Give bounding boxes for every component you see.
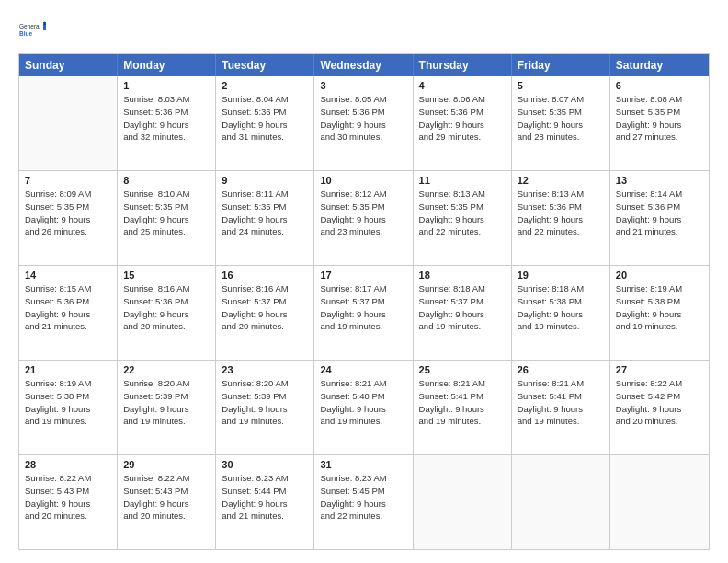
- weekday-header-wednesday: Wednesday: [314, 54, 413, 76]
- cell-info-line: Daylight: 9 hours: [518, 308, 604, 321]
- calendar-row-2: 14Sunrise: 8:15 AMSunset: 5:36 PMDayligh…: [19, 265, 709, 360]
- calendar-cell-27: 27Sunrise: 8:22 AMSunset: 5:42 PMDayligh…: [610, 361, 709, 454]
- cell-info-line: Sunrise: 8:19 AM: [616, 282, 703, 295]
- cell-info-line: and 20 minutes.: [123, 510, 210, 523]
- cell-info-line: Sunset: 5:37 PM: [419, 295, 506, 308]
- day-number-5: 5: [518, 80, 604, 91]
- day-number-4: 4: [419, 80, 506, 91]
- calendar-row-0: 1Sunrise: 8:03 AMSunset: 5:36 PMDaylight…: [19, 76, 709, 170]
- cell-info-line: Sunset: 5:36 PM: [25, 295, 111, 308]
- day-number-21: 21: [25, 364, 111, 375]
- day-number-2: 2: [222, 80, 308, 91]
- cell-info-line: Sunrise: 8:08 AM: [616, 93, 703, 106]
- calendar-cell-23: 23Sunrise: 8:20 AMSunset: 5:39 PMDayligh…: [216, 361, 314, 454]
- cell-info-line: Sunset: 5:38 PM: [25, 390, 111, 403]
- weekday-header-friday: Friday: [512, 54, 610, 76]
- cell-info-line: Daylight: 9 hours: [320, 213, 406, 226]
- cell-info-line: Sunrise: 8:16 AM: [123, 282, 210, 295]
- calendar-cell-10: 10Sunrise: 8:12 AMSunset: 5:35 PMDayligh…: [314, 171, 413, 265]
- cell-info-line: Sunset: 5:40 PM: [320, 390, 406, 403]
- cell-info-line: Sunset: 5:35 PM: [616, 106, 703, 119]
- calendar-cell-8: 8Sunrise: 8:10 AMSunset: 5:35 PMDaylight…: [118, 171, 216, 265]
- day-number-25: 25: [419, 364, 506, 375]
- calendar-cell-5: 5Sunrise: 8:07 AMSunset: 5:35 PMDaylight…: [512, 76, 610, 170]
- cell-info-line: and 22 minutes.: [320, 510, 406, 523]
- cell-info-line: and 19 minutes.: [419, 320, 506, 333]
- day-number-7: 7: [25, 175, 111, 186]
- calendar-body: 1Sunrise: 8:03 AMSunset: 5:36 PMDaylight…: [19, 76, 709, 549]
- cell-info-line: Sunrise: 8:13 AM: [518, 188, 604, 201]
- cell-info-line: Sunrise: 8:09 AM: [25, 188, 111, 201]
- svg-text:General: General: [19, 23, 41, 29]
- calendar-cell-2: 2Sunrise: 8:04 AMSunset: 5:36 PMDaylight…: [216, 76, 314, 170]
- calendar-row-4: 28Sunrise: 8:22 AMSunset: 5:43 PMDayligh…: [19, 454, 709, 549]
- calendar-row-1: 7Sunrise: 8:09 AMSunset: 5:35 PMDaylight…: [19, 170, 709, 265]
- cell-info-line: Sunrise: 8:23 AM: [320, 472, 406, 485]
- cell-info-line: Sunrise: 8:10 AM: [123, 188, 210, 201]
- cell-info-line: and 19 minutes.: [123, 415, 210, 428]
- cell-info-line: Sunset: 5:44 PM: [222, 485, 308, 498]
- calendar-cell-25: 25Sunrise: 8:21 AMSunset: 5:41 PMDayligh…: [414, 361, 512, 454]
- cell-info-line: and 30 minutes.: [320, 131, 406, 144]
- cell-info-line: and 29 minutes.: [419, 131, 506, 144]
- calendar-cell-empty-0-0: [19, 76, 118, 170]
- cell-info-line: and 21 minutes.: [222, 510, 308, 523]
- cell-info-line: Sunrise: 8:17 AM: [320, 282, 406, 295]
- cell-info-line: Sunrise: 8:20 AM: [123, 377, 210, 390]
- day-number-27: 27: [616, 364, 703, 375]
- cell-info-line: Daylight: 9 hours: [320, 498, 406, 511]
- calendar-cell-15: 15Sunrise: 8:16 AMSunset: 5:36 PMDayligh…: [118, 266, 216, 360]
- cell-info-line: and 19 minutes.: [222, 415, 308, 428]
- cell-info-line: Sunrise: 8:22 AM: [25, 472, 111, 485]
- cell-info-line: Sunrise: 8:06 AM: [419, 93, 506, 106]
- cell-info-line: Sunrise: 8:20 AM: [222, 377, 308, 390]
- cell-info-line: and 21 minutes.: [25, 320, 111, 333]
- calendar-cell-11: 11Sunrise: 8:13 AMSunset: 5:35 PMDayligh…: [414, 171, 512, 265]
- cell-info-line: Sunrise: 8:11 AM: [222, 188, 308, 201]
- weekday-header-monday: Monday: [118, 54, 216, 76]
- calendar-cell-19: 19Sunrise: 8:18 AMSunset: 5:38 PMDayligh…: [512, 266, 610, 360]
- cell-info-line: Daylight: 9 hours: [222, 308, 308, 321]
- cell-info-line: Daylight: 9 hours: [25, 403, 111, 416]
- cell-info-line: Sunset: 5:35 PM: [518, 106, 604, 119]
- calendar-cell-26: 26Sunrise: 8:21 AMSunset: 5:41 PMDayligh…: [512, 361, 610, 454]
- calendar-header: SundayMondayTuesdayWednesdayThursdayFrid…: [19, 54, 709, 76]
- cell-info-line: Sunset: 5:36 PM: [320, 106, 406, 119]
- cell-info-line: Sunset: 5:37 PM: [222, 295, 308, 308]
- calendar: SundayMondayTuesdayWednesdayThursdayFrid…: [18, 53, 710, 550]
- cell-info-line: Sunset: 5:36 PM: [518, 201, 604, 213]
- day-number-14: 14: [25, 270, 111, 281]
- calendar-cell-empty-4-4: [414, 455, 512, 549]
- day-number-30: 30: [222, 459, 308, 470]
- cell-info-line: Daylight: 9 hours: [320, 403, 406, 416]
- cell-info-line: Sunset: 5:41 PM: [419, 390, 506, 403]
- day-number-1: 1: [123, 80, 210, 91]
- day-number-6: 6: [616, 80, 703, 91]
- cell-info-line: Daylight: 9 hours: [123, 403, 210, 416]
- cell-info-line: Sunset: 5:36 PM: [419, 106, 506, 119]
- cell-info-line: Sunrise: 8:13 AM: [419, 188, 506, 201]
- cell-info-line: Sunrise: 8:14 AM: [616, 188, 703, 201]
- calendar-cell-21: 21Sunrise: 8:19 AMSunset: 5:38 PMDayligh…: [19, 361, 118, 454]
- calendar-cell-30: 30Sunrise: 8:23 AMSunset: 5:44 PMDayligh…: [216, 455, 314, 549]
- cell-info-line: Daylight: 9 hours: [616, 403, 703, 416]
- cell-info-line: Sunrise: 8:23 AM: [222, 472, 308, 485]
- calendar-row-3: 21Sunrise: 8:19 AMSunset: 5:38 PMDayligh…: [19, 360, 709, 454]
- day-number-9: 9: [222, 175, 308, 186]
- calendar-cell-31: 31Sunrise: 8:23 AMSunset: 5:45 PMDayligh…: [314, 455, 413, 549]
- cell-info-line: and 20 minutes.: [123, 320, 210, 333]
- calendar-cell-4: 4Sunrise: 8:06 AMSunset: 5:36 PMDaylight…: [414, 76, 512, 170]
- cell-info-line: and 21 minutes.: [616, 225, 703, 238]
- calendar-cell-empty-4-6: [610, 455, 709, 549]
- weekday-header-tuesday: Tuesday: [216, 54, 314, 76]
- cell-info-line: and 19 minutes.: [320, 415, 406, 428]
- cell-info-line: Sunset: 5:36 PM: [616, 201, 703, 213]
- cell-info-line: Sunset: 5:38 PM: [616, 295, 703, 308]
- cell-info-line: Sunset: 5:35 PM: [320, 201, 406, 213]
- cell-info-line: Daylight: 9 hours: [518, 403, 604, 416]
- cell-info-line: Sunset: 5:39 PM: [123, 390, 210, 403]
- day-number-26: 26: [518, 364, 604, 375]
- cell-info-line: Sunset: 5:43 PM: [25, 485, 111, 498]
- cell-info-line: Daylight: 9 hours: [518, 119, 604, 132]
- calendar-cell-14: 14Sunrise: 8:15 AMSunset: 5:36 PMDayligh…: [19, 266, 118, 360]
